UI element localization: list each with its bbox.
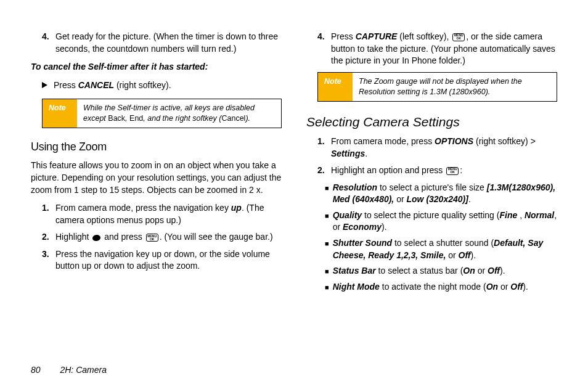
selecting-camera-settings-heading: Selecting Camera Settings [306, 113, 557, 131]
square-bullet-icon: ■ [325, 211, 329, 234]
sub-bullet: ■ Resolution to select a picture's file … [325, 182, 557, 206]
list-num: 4. [42, 31, 55, 55]
menu-ok-key-icon: MENUOK [146, 234, 158, 242]
right-column: 4. Press CAPTURE (left softkey), MENUOK,… [306, 31, 557, 351]
left-column: 4. Get ready for the picture. (When the … [31, 31, 282, 351]
cancel-softkey-label: CANCEL [78, 80, 114, 90]
capture-softkey-label: CAPTURE [356, 31, 398, 41]
note-box: Note While the Self-timer is active, all… [42, 99, 282, 128]
list-item: 2. Highlight and press MENUOK. (You will… [42, 231, 282, 243]
list-text: Press CAPTURE (left softkey), MENUOK, or… [331, 31, 557, 67]
arrow-right-icon [42, 82, 47, 88]
list-item: 3. Press the navigation key up or down, … [42, 248, 282, 272]
list-num: 2. [42, 231, 55, 243]
square-bullet-icon: ■ [325, 239, 329, 261]
note-text: While the Self-timer is active, all keys… [77, 99, 281, 128]
list-item: 1. From camera mode, press the navigatio… [42, 202, 282, 226]
bullet-item: Press CANCEL (right softkey). [42, 80, 282, 92]
options-softkey-label: OPTIONS [435, 136, 473, 146]
bullet-text: Press CANCEL (right softkey). [54, 80, 171, 92]
note-text: The Zoom gauge will not be displayed whe… [353, 73, 557, 101]
using-zoom-heading: Using the Zoom [31, 139, 282, 155]
square-bullet-icon: ■ [325, 267, 329, 277]
note-label: Note [43, 99, 77, 128]
list-text: Get ready for the picture. (When the tim… [55, 31, 282, 55]
zoom-paragraph: This feature allows you to zoom in on an… [31, 160, 282, 196]
section-label: 2H: Camera [60, 365, 106, 375]
list-text: Highlight an option and press MENUOK: [331, 165, 557, 177]
list-item: 1. From camera mode, press OPTIONS (righ… [317, 136, 557, 160]
lens-icon [92, 234, 100, 241]
list-text: Highlight and press MENUOK. (You will se… [55, 231, 282, 243]
sub-bullet: ■ Quality to select the picture quality … [325, 210, 557, 234]
sub-bullet: ■ Status Bar to select a status bar (On … [325, 265, 557, 277]
list-num: 1. [317, 136, 331, 160]
page-footer: 80 2H: Camera [31, 365, 107, 375]
menu-ok-key-icon: MENUOK [446, 167, 459, 175]
list-item: 4. Get ready for the picture. (When the … [42, 31, 282, 55]
square-bullet-icon: ■ [325, 184, 329, 206]
list-text: From camera mode, press OPTIONS (right s… [331, 136, 557, 160]
sub-bullet: ■ Night Mode to activate the night mode … [325, 281, 557, 293]
list-item: 4. Press CAPTURE (left softkey), MENUOK,… [317, 31, 557, 67]
list-text: Press the navigation key up or down, or … [55, 248, 282, 272]
page-content: 4. Get ready for the picture. (When the … [31, 31, 557, 351]
note-label: Note [318, 73, 353, 101]
note-box: Note The Zoom gauge will not be displaye… [317, 72, 557, 102]
page-number: 80 [31, 365, 41, 375]
list-num: 2. [317, 165, 331, 177]
list-item: 2. Highlight an option and press MENUOK: [317, 165, 557, 177]
list-num: 1. [42, 202, 55, 226]
sub-bullet: ■ Shutter Sound to select a shutter soun… [325, 237, 557, 261]
cancel-self-timer-heading: To cancel the Self-timer after it has st… [31, 61, 282, 73]
square-bullet-icon: ■ [325, 283, 329, 293]
menu-ok-key-icon: MENUOK [452, 33, 465, 41]
list-text: From camera mode, press the navigation k… [55, 202, 282, 226]
list-num: 4. [317, 31, 331, 67]
list-num: 3. [42, 248, 55, 272]
